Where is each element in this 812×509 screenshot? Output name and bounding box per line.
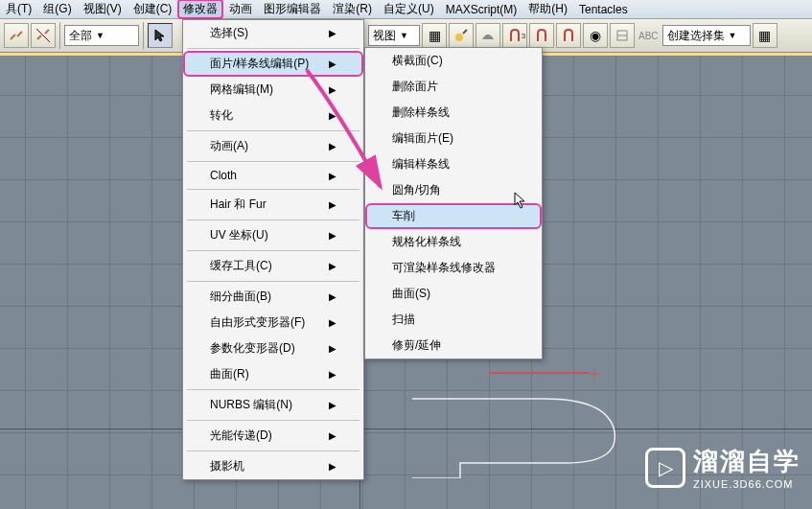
menu-render[interactable]: 渲染(R) <box>327 0 378 19</box>
menu-item-label: 曲面(S) <box>392 286 430 302</box>
watermark: ▷ 溜溜自学 ZIXUE.3D66.COM <box>645 445 800 490</box>
menu-item-selection[interactable]: 选择(S) ▶ <box>183 20 363 46</box>
menu-item-label: 摄影机 <box>210 458 244 474</box>
menu-item-animation[interactable]: 动画(A) ▶ <box>183 133 363 159</box>
menu-modifiers[interactable]: 修改器 <box>177 0 223 19</box>
menu-item-label: 车削 <box>392 208 415 224</box>
menu-item-label: 规格化样条线 <box>392 234 461 250</box>
menu-create[interactable]: 创建(C) <box>128 0 178 19</box>
menu-bar: 具(T) 组(G) 视图(V) 创建(C) 修改器 动画 图形编辑器 渲染(R)… <box>0 0 812 19</box>
select-arrow-icon[interactable] <box>148 23 173 48</box>
menu-item-surface[interactable]: 曲面(R) ▶ <box>183 361 363 387</box>
menu-tentacles[interactable]: Tentacles <box>573 1 634 18</box>
menu-item-uv[interactable]: UV 坐标(U) ▶ <box>183 222 363 248</box>
menu-item-cache-tools[interactable]: 缓存工具(C) ▶ <box>183 253 363 279</box>
menu-item-nurbs[interactable]: NURBS 编辑(N) ▶ <box>183 392 363 418</box>
dropdown-label: 全部 <box>69 28 92 44</box>
menu-graph-editors[interactable]: 图形编辑器 <box>258 0 327 19</box>
menu-item-label: NURBS 编辑(N) <box>210 397 292 413</box>
menu-item-label: 横截面(C) <box>392 53 443 69</box>
menu-tools[interactable]: 具(T) <box>0 0 37 19</box>
snap-toggle-icon[interactable]: 3 <box>502 23 527 48</box>
menu-item-label: 修剪/延伸 <box>392 337 441 354</box>
unlink-icon[interactable] <box>31 23 56 48</box>
selection-filter-dropdown[interactable]: 全部 ▼ <box>64 25 139 46</box>
menu-item-radiosity[interactable]: 光能传递(D) ▶ <box>183 423 363 449</box>
submenu-arrow-icon: ▶ <box>329 261 336 271</box>
menu-view[interactable]: 视图(V) <box>78 0 128 19</box>
submenu-sweep[interactable]: 扫描 <box>365 307 542 333</box>
menu-item-label: 删除样条线 <box>392 104 450 121</box>
toolbar-icon[interactable] <box>610 23 635 48</box>
submenu-delete-spline[interactable]: 删除样条线 <box>365 100 542 126</box>
menu-item-label: 细分曲面(B) <box>210 289 271 305</box>
brand-url: ZIXUE.3D66.COM <box>693 478 800 490</box>
svg-point-1 <box>455 34 463 41</box>
menu-item-label: 缓存工具(C) <box>210 258 272 274</box>
menu-item-label: 参数化变形器(D) <box>210 340 295 357</box>
menu-animation[interactable]: 动画 <box>223 0 258 19</box>
submenu-arrow-icon: ▶ <box>329 141 336 151</box>
submenu-renderable-spline[interactable]: 可渲染样条线修改器 <box>365 255 542 281</box>
link-icon[interactable] <box>4 23 29 48</box>
menu-item-label: 曲面(R) <box>210 366 249 382</box>
menu-item-label: 可渲染样条线修改器 <box>392 260 496 276</box>
submenu-arrow-icon: ▶ <box>329 230 336 241</box>
menu-item-label: 编辑面片(E) <box>392 130 453 147</box>
menu-item-mesh-edit[interactable]: 网格编辑(M) ▶ <box>183 77 363 103</box>
submenu-trim-extend[interactable]: 修剪/延伸 <box>365 333 542 359</box>
submenu-edit-spline[interactable]: 编辑样条线 <box>365 151 542 177</box>
menu-item-freeform[interactable]: 自由形式变形器(F) ▶ <box>183 310 363 335</box>
menu-item-label: 圆角/切角 <box>392 182 441 198</box>
submenu-arrow-icon: ▶ <box>329 461 336 472</box>
play-icon: ▷ <box>645 448 685 488</box>
menu-item-patch-spline-edit[interactable]: 面片/样条线编辑(P) ▶ <box>183 51 363 77</box>
submenu-delete-patch[interactable]: 删除面片 <box>365 74 542 100</box>
submenu-arrow-icon: ▶ <box>329 58 336 69</box>
percent-snap-icon[interactable] <box>556 23 581 48</box>
submenu-edit-patch[interactable]: 编辑面片(E) <box>365 126 542 151</box>
menu-item-cloth[interactable]: Cloth ▶ <box>183 164 363 187</box>
toolbar-icon[interactable]: ▦ <box>753 23 777 48</box>
view-dropdown[interactable]: 视图 ▼ <box>368 25 420 46</box>
dropdown-label: 视图 <box>373 28 396 44</box>
toolbar-icon[interactable]: ◉ <box>583 23 608 48</box>
menu-item-label: 自由形式变形器(F) <box>210 314 305 331</box>
menu-item-label: 面片/样条线编辑(P) <box>210 56 309 72</box>
axis-indicator <box>489 372 589 374</box>
submenu-surface[interactable]: 曲面(S) <box>365 281 542 307</box>
menu-customize[interactable]: 自定义(U) <box>378 0 440 19</box>
dropdown-label: 创建选择集 <box>667 28 725 44</box>
menu-maxscript[interactable]: MAXScript(M) <box>440 1 523 18</box>
menu-item-label: 扫描 <box>392 312 415 328</box>
angle-snap-icon[interactable] <box>529 23 554 48</box>
menu-item-label: Hair 和 Fur <box>210 197 267 213</box>
menu-help[interactable]: 帮助(H) <box>522 0 573 19</box>
menu-item-subdivision[interactable]: 细分曲面(B) ▶ <box>183 284 363 310</box>
menu-item-label: 选择(S) <box>210 25 248 41</box>
toolbar-icon[interactable] <box>476 23 500 48</box>
menu-item-label: Cloth <box>210 169 237 182</box>
menu-item-parametric[interactable]: 参数化变形器(D) ▶ <box>183 335 363 361</box>
mouse-cursor-icon <box>514 192 529 211</box>
submenu-cross-section[interactable]: 横截面(C) <box>365 48 542 74</box>
menu-item-convert[interactable]: 转化 ▶ <box>183 103 363 128</box>
toolbar-icon[interactable]: ▦ <box>422 23 447 48</box>
toolbar-icon[interactable] <box>449 23 474 48</box>
submenu-arrow-icon: ▶ <box>329 110 336 121</box>
brand-title: 溜溜自学 <box>693 445 800 478</box>
submenu-arrow-icon: ▶ <box>329 199 336 210</box>
menu-item-label: 光能传递(D) <box>210 428 272 444</box>
menu-item-label: 网格编辑(M) <box>210 81 273 98</box>
submenu-arrow-icon: ▶ <box>329 343 336 354</box>
menu-group[interactable]: 组(G) <box>37 0 77 19</box>
submenu-arrow-icon: ▶ <box>329 400 336 410</box>
selection-set-dropdown[interactable]: 创建选择集 ▼ <box>662 25 751 46</box>
chevron-down-icon: ▼ <box>400 31 408 40</box>
menu-item-cameras[interactable]: 摄影机 ▶ <box>183 453 363 479</box>
menu-item-hair-fur[interactable]: Hair 和 Fur ▶ <box>183 192 363 218</box>
modifiers-menu-panel: 选择(S) ▶ 面片/样条线编辑(P) ▶ 网格编辑(M) ▶ 转化 ▶ 动画(… <box>182 19 364 480</box>
menu-item-label: UV 坐标(U) <box>210 227 268 243</box>
submenu-arrow-icon: ▶ <box>329 171 336 181</box>
submenu-normalize-spline[interactable]: 规格化样条线 <box>365 229 542 255</box>
